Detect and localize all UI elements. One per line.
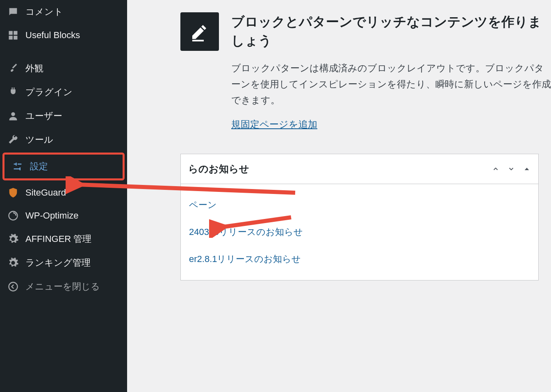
add-page-link[interactable]: 規固定ページを追加 <box>231 119 317 130</box>
svg-point-6 <box>9 283 18 291</box>
news-item[interactable]: ペーン <box>189 191 530 219</box>
sidebar-item-label: ツール <box>25 134 53 146</box>
sidebar-collapse-label: メニューを閉じる <box>25 280 100 293</box>
wrench-icon <box>7 134 19 146</box>
main-content: ブロックとパターンでリッチなコンテンツを作りましょう ブロックパターンは構成済み… <box>127 0 551 392</box>
panel-toggle-icon[interactable] <box>523 165 531 173</box>
plug-icon <box>7 87 19 98</box>
svg-rect-2 <box>9 36 13 39</box>
sidebar-item-appearance[interactable]: 外観 <box>0 57 127 80</box>
sidebar-item-label: 設定 <box>30 160 48 173</box>
highlight-settings: 設定 <box>2 153 125 180</box>
admin-sidebar: コメント Useful Blocks 外観 プラグイン ユーザー ツール <box>0 0 127 392</box>
sidebar-item-label: 外観 <box>25 62 43 75</box>
svg-rect-7 <box>192 40 204 41</box>
sidebar-item-settings[interactable]: 設定 <box>5 155 123 178</box>
sidebar-item-ranking[interactable]: ランキング管理 <box>0 251 127 275</box>
panel-body: ペーン 240320リリースのお知らせ er2.8.1リリースのお知らせ <box>181 184 538 280</box>
sidebar-item-label: ユーザー <box>25 110 62 122</box>
comment-icon <box>7 6 19 18</box>
svg-rect-3 <box>14 36 17 39</box>
shield-icon <box>7 187 19 198</box>
gear-icon <box>7 257 19 269</box>
panel-title: らのお知らせ <box>188 162 249 175</box>
edit-icon <box>180 12 219 51</box>
sidebar-item-affinger[interactable]: AFFINGER 管理 <box>0 227 127 251</box>
news-panel: らのお知らせ ペーン 240320リリースのお知らせ er2.8.1リリースのお… <box>180 154 539 280</box>
brush-icon <box>7 63 19 74</box>
sidebar-item-users[interactable]: ユーザー <box>0 104 127 128</box>
news-item[interactable]: 240320リリースのお知らせ <box>189 219 530 246</box>
welcome-title: ブロックとパターンでリッチなコンテンツを作りましょう <box>231 12 551 50</box>
collapse-icon <box>7 281 19 292</box>
panel-move-up-icon[interactable] <box>492 165 500 173</box>
sidebar-item-wpoptimize[interactable]: WP-Optimize <box>0 204 127 227</box>
news-item[interactable]: er2.8.1リリースのお知らせ <box>189 246 530 273</box>
svg-rect-1 <box>14 31 17 35</box>
grid-icon <box>7 30 19 41</box>
panel-move-down-icon[interactable] <box>507 165 515 173</box>
sidebar-item-label: コメント <box>25 6 63 18</box>
sliders-icon <box>12 161 23 172</box>
sidebar-collapse[interactable]: メニューを閉じる <box>0 275 127 299</box>
gear-icon <box>7 233 19 245</box>
svg-rect-0 <box>9 31 13 35</box>
sidebar-item-label: AFFINGER 管理 <box>25 233 91 245</box>
sidebar-item-tools[interactable]: ツール <box>0 128 127 152</box>
panel-header: らのお知らせ <box>181 154 538 184</box>
optimize-icon <box>7 210 19 221</box>
sidebar-item-label: プラグイン <box>25 86 73 98</box>
sidebar-item-label: ランキング管理 <box>25 257 91 269</box>
svg-point-4 <box>11 112 15 116</box>
sidebar-item-comments[interactable]: コメント <box>0 0 127 24</box>
welcome-description: ブロックパターンは構成済みのブロックレイアウトです。ブロックパターンを使用してイ… <box>231 60 551 108</box>
sidebar-item-siteguard[interactable]: SiteGuard <box>0 181 127 204</box>
sidebar-item-label: SiteGuard <box>25 187 66 198</box>
welcome-panel: ブロックとパターンでリッチなコンテンツを作りましょう ブロックパターンは構成済み… <box>180 12 551 131</box>
sidebar-item-label: WP-Optimize <box>25 210 79 221</box>
sidebar-item-label: Useful Blocks <box>25 30 80 41</box>
user-icon <box>7 110 19 122</box>
sidebar-item-useful-blocks[interactable]: Useful Blocks <box>0 24 127 47</box>
sidebar-item-plugins[interactable]: プラグイン <box>0 80 127 104</box>
